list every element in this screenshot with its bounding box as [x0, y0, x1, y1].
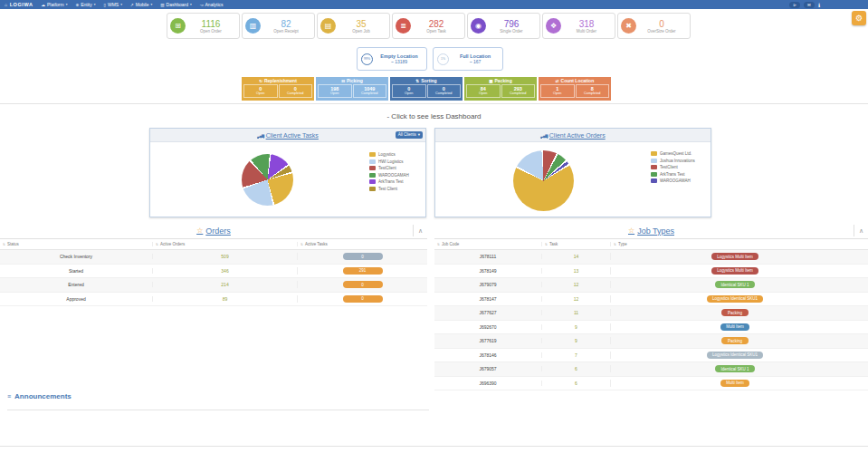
stat-label: Open Receipt — [261, 29, 311, 34]
job-type-cell: Packing — [610, 309, 868, 316]
client-active-orders-pie — [513, 150, 574, 211]
nav-item-mobile[interactable]: ↗Mobile▾ — [130, 2, 152, 7]
active-tasks-pill: 291 — [343, 267, 383, 275]
stat-value: 82 — [261, 19, 311, 29]
column-header-active-orders[interactable]: ⇅Active Orders — [152, 242, 297, 246]
dashboard-toggle-link[interactable]: - Click to see less Dashboard — [0, 112, 868, 120]
nav-item-label: Entity — [81, 2, 92, 7]
column-header-status[interactable]: ⇅Status — [0, 242, 152, 246]
table-row[interactable]: J67762711Packing — [434, 306, 868, 321]
nav-item-entity[interactable]: ⊕Entity▾ — [75, 2, 95, 7]
legend-swatch — [369, 159, 376, 164]
task-count-cell: 14 — [541, 254, 610, 259]
table-row[interactable]: J6963906Multi Item — [434, 377, 868, 391]
legend-label: WAROOGAMAH — [660, 178, 691, 183]
client-active-tasks-title-link[interactable]: ▂▄▆ Client Active Tasks — [257, 132, 319, 139]
table-row[interactable]: J67814913Logystics Multi Item — [434, 265, 868, 279]
job-types-collapse-button[interactable]: ∧ — [854, 225, 868, 236]
activity-cells: 198Open1049Completed — [317, 84, 387, 98]
table-row[interactable]: J67907912Identical SKU 1 — [434, 278, 868, 293]
activity-title-text: Packing — [495, 78, 512, 84]
job-type-cell: Logystics Identical SKU1 — [610, 295, 868, 303]
table-row[interactable]: Check Inventory5090 — [0, 250, 427, 265]
task-count-cell: 7 — [541, 352, 610, 358]
table-row[interactable]: J6776199Packing — [434, 334, 868, 349]
table-row[interactable]: J6781467Logystics Identical SKU1 — [434, 349, 868, 363]
nav-item-dashboard[interactable]: ▥Dashboard▾ — [160, 2, 192, 7]
legend-swatch — [651, 165, 657, 169]
legend-label: GamesQuest Ltd. — [660, 151, 692, 156]
job-type-pill: Logystics Identical SKU1 — [707, 295, 763, 303]
table-row[interactable]: J6790576Identical SKU 1 — [434, 362, 868, 377]
info-icon[interactable]: ℹ — [818, 2, 820, 8]
table-row[interactable]: Started346291 — [0, 265, 427, 279]
job-type-cell: Identical SKU 1 — [610, 365, 868, 372]
table-row[interactable]: Entered2140 — [0, 278, 427, 293]
stat-card-text: 1116Open Order — [186, 19, 236, 34]
nav-item-label: Platform — [47, 2, 64, 7]
activity-completed-cell: 293Completed — [501, 84, 536, 98]
device-icon: ▯ — [103, 3, 105, 7]
column-header-type[interactable]: ⇅Type — [610, 242, 868, 246]
stat-card-open-receipt: ▥82Open Receipt — [242, 13, 315, 39]
orders-collapse-button[interactable]: ∧ — [413, 225, 427, 236]
legend-label: Joshua Innovations — [660, 159, 695, 163]
legend-swatch — [651, 151, 657, 156]
orders-table-title-row: ☆ Orders ∧ — [0, 223, 427, 239]
video-camera-icon[interactable]: ⊳ — [789, 2, 800, 8]
activity-open-label: Open — [319, 92, 351, 96]
job-code-cell: J677627 — [434, 310, 541, 315]
all-clients-dropdown[interactable]: All Clients ▾ — [396, 131, 423, 139]
activity-completed-cell: 0Completed — [279, 84, 313, 98]
dashboard-icon: ▥ — [160, 3, 164, 7]
table-row[interactable]: Approved890 — [0, 293, 427, 307]
orders-title-link[interactable]: ☆ Orders — [196, 226, 231, 236]
stat-card-text: 0OverSize Order — [636, 19, 687, 34]
full-location-value: ~ 167 — [452, 59, 499, 64]
legend-swatch — [651, 178, 657, 183]
nav-item-analytics[interactable]: ↝Analytics — [200, 2, 224, 7]
activity-open-label: Open — [467, 92, 500, 96]
bar-chart-icon: ▂▄▆ — [540, 133, 548, 138]
client-active-orders-title-link[interactable]: ▂▄▆ Client Active Orders — [540, 132, 605, 139]
job-types-title-link[interactable]: ☆ Job Types — [628, 226, 674, 236]
activity-completed-label: Completed — [280, 92, 312, 96]
legend-label: Logystics — [378, 152, 396, 157]
legend-swatch — [369, 187, 376, 191]
stat-label: Open Task — [411, 29, 462, 34]
column-header-label: Status — [7, 242, 19, 246]
orders-table-header: ⇅Status⇅Active Orders⇅Active Tasks — [0, 239, 427, 250]
column-header-active-tasks[interactable]: ⇅Active Tasks — [297, 242, 427, 246]
orders-table-body: Check Inventory5090Started346291Entered2… — [0, 250, 427, 306]
table-row[interactable]: J67814712Logystics Identical SKU1 — [434, 293, 868, 307]
stat-label: OverSize Order — [636, 29, 687, 34]
settings-gear-button[interactable]: ⚙ — [852, 11, 866, 25]
table-row[interactable]: J6926709Multi Item — [434, 321, 868, 335]
activity-completed-label: Completed — [502, 92, 535, 96]
logiwa-logo[interactable]: ⌂ LOGIWA — [5, 2, 33, 7]
order-status-cell: Check Inventory — [0, 254, 152, 259]
nav-item-platform[interactable]: ☁Platform▾ — [42, 2, 68, 7]
legend-item-arktrans-test: ArkTrans Test — [651, 172, 695, 177]
chevron-down-icon: ▾ — [190, 3, 192, 6]
task-count-cell: 9 — [541, 324, 610, 330]
chat-icon[interactable]: ✉ — [804, 2, 815, 8]
job-type-pill: Identical SKU 1 — [715, 365, 754, 372]
page-bottom-divider — [0, 446, 868, 447]
nav-item-wms[interactable]: ▯WMS▾ — [103, 2, 121, 7]
job-type-cell: Multi Item — [610, 380, 868, 387]
column-header-task[interactable]: ⇅Task — [541, 242, 610, 246]
cloud-icon: ☁ — [42, 3, 46, 7]
client-active-tasks-pie — [242, 154, 293, 206]
column-header-job-code[interactable]: ⇅Job Code — [434, 242, 541, 246]
activity-cells: 0Open0Completed — [391, 84, 462, 98]
job-types-table: ☆ Job Types ∧ ⇅Job Code⇅Task⇅Type J67811… — [434, 223, 868, 390]
legend-swatch — [369, 166, 376, 170]
table-row[interactable]: J67811114Logystics Multi Item — [434, 250, 868, 265]
stat-value: 282 — [411, 19, 462, 29]
activity-packing: ▦Packing84Open293Completed — [464, 77, 537, 101]
legend-swatch — [369, 173, 376, 178]
column-header-label: Active Tasks — [305, 242, 328, 246]
sort-icon: ⇅ — [614, 243, 616, 246]
stat-card-open-task: ≣282Open Task — [392, 13, 465, 39]
